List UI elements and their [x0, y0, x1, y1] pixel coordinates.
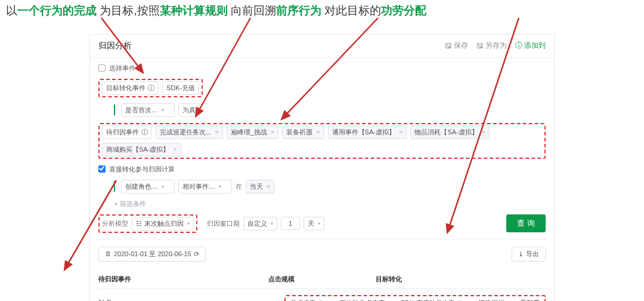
- role-select[interactable]: 创建角色…▾: [121, 180, 175, 194]
- window-mode-select[interactable]: 自定义▾: [243, 217, 277, 231]
- col-attrib-event: 待归因事件: [98, 269, 268, 288]
- attrib-tag[interactable]: 物品消耗【SA-虚拟】×: [410, 125, 490, 139]
- window-number-input[interactable]: 1: [281, 217, 300, 230]
- bars-icon: ☷: [136, 220, 142, 228]
- export-icon: ⤓: [518, 250, 524, 258]
- metrics-group: 总点击数 ⇅ 有效转化点击率 SDK-充值的总次数 ⇅ 切换指标 贡献度: [284, 295, 546, 302]
- plus-icon: +: [114, 200, 117, 207]
- attribution-events-group: 待归因事件ⓘ 完成巡逻任务次...×巅峰理_挑战×装备祈愿×通用事件【SA-虚拟…: [98, 123, 546, 159]
- attrib-tag[interactable]: 商城购买【SA-虚拟】×: [102, 143, 181, 156]
- direct-conversion-checkbox[interactable]: 直接转化参与归因计算: [98, 165, 175, 174]
- chevron-down-icon: ▾: [187, 221, 190, 226]
- close-icon[interactable]: ×: [215, 128, 218, 136]
- top-annotation: 以一个行为的完成 为目标,按照某种计算规则 向前回溯前序行为 对此目标的功劳分配: [0, 0, 644, 23]
- analysis-panel: 归因分析 🖫保存 🖫另存为 ⓘ添加到 选择事件 目标转化事件ⓘ SDK-充值 是…: [89, 34, 555, 302]
- close-icon[interactable]: ×: [316, 128, 320, 136]
- add-condition-button[interactable]: + 筛选条件: [114, 199, 146, 208]
- attrib-tag[interactable]: 装备祈愿×: [282, 125, 324, 139]
- attrib-tag[interactable]: 通用事件【SA-虚拟】×: [328, 125, 407, 139]
- select-event-row: 选择事件: [98, 64, 546, 73]
- row-label: 触点: [98, 299, 112, 302]
- chevron-down-icon: ▾: [318, 221, 320, 226]
- model-group: 分析模型 ☷末次触点归因▾: [98, 214, 197, 233]
- chevron-down-icon: ▾: [271, 221, 273, 226]
- save-button[interactable]: 🖫保存: [445, 41, 468, 51]
- day-chip[interactable]: 当天×: [246, 180, 274, 194]
- chevron-down-icon: ▾: [162, 108, 164, 113]
- close-icon[interactable]: ×: [267, 183, 270, 190]
- calendar-icon: 🗓: [105, 250, 112, 257]
- condition-truth-select[interactable]: 为真: [178, 103, 200, 117]
- info-icon: ⓘ: [148, 84, 154, 93]
- static-text: 在: [236, 182, 242, 191]
- panel-header: 归因分析 🖫保存 🖫另存为 ⓘ添加到: [90, 35, 554, 58]
- col-target-conv: 目标转化: [376, 269, 546, 288]
- close-icon[interactable]: ×: [271, 128, 274, 136]
- panel-title: 归因分析: [98, 41, 436, 51]
- close-icon[interactable]: ×: [482, 128, 485, 136]
- switch-metric-link[interactable]: 切换指标: [478, 299, 504, 302]
- target-event-group: 目标转化事件ⓘ SDK-充值: [98, 79, 203, 97]
- info-icon: ⓘ: [141, 128, 148, 137]
- date-range-picker[interactable]: 🗓 2020-01-01 至 2020-06-15 ⟳: [98, 247, 206, 262]
- sort-icon[interactable]: ⇅: [457, 299, 463, 302]
- chevron-down-icon: ▾: [219, 184, 221, 189]
- accent-bar: [114, 181, 115, 192]
- close-icon[interactable]: ×: [173, 146, 177, 153]
- refresh-icon: ⟳: [194, 250, 199, 258]
- select-event-checkbox[interactable]: 选择事件: [98, 64, 135, 73]
- window-label: 归因窗口期: [207, 219, 240, 228]
- export-button[interactable]: ⤓导出: [512, 247, 546, 262]
- save-icon: 🖫: [476, 42, 484, 50]
- relative-event-select[interactable]: 相对事件…▾: [178, 180, 232, 194]
- query-button[interactable]: 查 询: [506, 214, 546, 232]
- attrib-tag[interactable]: 完成巡逻任务次...×: [156, 125, 223, 139]
- result-table: 待归因事件 点击规模 目标转化 触点 总点击数 ⇅ 有效转化点击率 SDK-充值…: [98, 269, 546, 302]
- accent-bar: [114, 105, 115, 115]
- col-click-scale: 点击规模: [268, 269, 376, 288]
- condition-field-select[interactable]: 是否首次… ▾: [121, 103, 175, 117]
- model-select[interactable]: ☷末次触点归因▾: [132, 217, 194, 231]
- info-icon: ⓘ: [515, 41, 522, 51]
- attrib-label-select[interactable]: 待归因事件ⓘ: [102, 125, 152, 139]
- model-label: 分析模型: [102, 219, 128, 228]
- add-to-button[interactable]: ⓘ添加到: [515, 41, 546, 51]
- sort-icon[interactable]: ⇅: [318, 299, 324, 302]
- target-event-label-select[interactable]: 目标转化事件ⓘ: [102, 81, 159, 95]
- target-event-value-select[interactable]: SDK-充值: [162, 81, 199, 95]
- chevron-down-icon: ▾: [162, 184, 164, 189]
- save-icon: 🖫: [445, 42, 452, 50]
- table-row: 触点 总点击数 ⇅ 有效转化点击率 SDK-充值的总次数 ⇅ 切换指标 贡献度: [98, 288, 546, 302]
- window-unit-select[interactable]: 天▾: [304, 217, 324, 231]
- attrib-tag[interactable]: 巅峰理_挑战×: [227, 125, 279, 139]
- save-as-button[interactable]: 🖫另存为: [476, 41, 507, 51]
- close-icon[interactable]: ×: [399, 128, 402, 136]
